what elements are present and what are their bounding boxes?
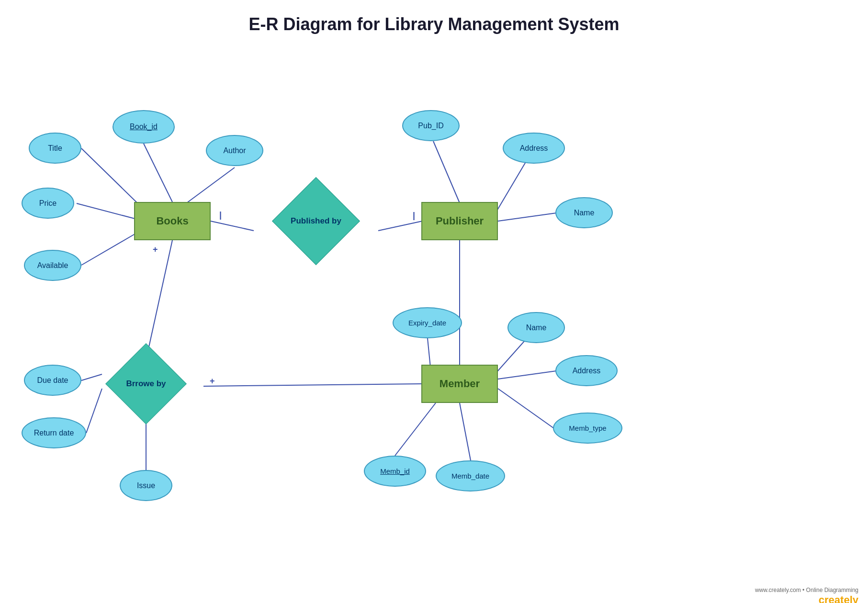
svg-line-9	[433, 141, 460, 203]
svg-line-7	[378, 221, 422, 231]
svg-line-2	[187, 168, 235, 203]
attr-memb-type-label: Memb_type	[569, 424, 606, 432]
attr-pub-id-label: Pub_ID	[418, 122, 443, 130]
relationship-published-by-label: Published by	[291, 216, 341, 226]
attr-address2: Address	[555, 355, 618, 386]
attr-memb-date-label: Memb_date	[451, 472, 489, 480]
svg-line-5	[211, 221, 254, 231]
attr-expiry-date: Expiry_date	[393, 307, 462, 338]
svg-line-4	[81, 233, 136, 265]
attr-book-id: Book_id	[113, 110, 175, 144]
attr-name1-label: Name	[574, 209, 595, 217]
attr-return-date: Return date	[22, 417, 86, 448]
attr-address1-label: Address	[520, 144, 548, 153]
svg-line-17	[395, 403, 436, 456]
attr-title-label: Title	[48, 144, 62, 153]
svg-text:+: +	[153, 245, 158, 254]
attr-memb-type: Memb_type	[553, 413, 622, 444]
attr-name2-label: Name	[526, 324, 547, 332]
relationship-brrowe-by-label: Brrowe by	[126, 379, 166, 389]
entity-publisher-label: Publisher	[436, 215, 484, 227]
relationship-brrowe-by: Brrowe by	[89, 355, 203, 413]
attr-name1: Name	[555, 197, 613, 228]
attr-title: Title	[29, 133, 81, 164]
svg-line-15	[498, 371, 556, 379]
svg-line-19	[146, 240, 172, 360]
svg-line-0	[144, 144, 172, 202]
svg-line-16	[498, 389, 554, 428]
attr-return-date-label: Return date	[34, 429, 74, 437]
svg-line-11	[498, 213, 556, 221]
relationship-published-by: Published by	[254, 192, 378, 250]
attr-due-date: Due date	[24, 365, 81, 396]
attr-issue: Issue	[120, 470, 172, 501]
entity-publisher: Publisher	[421, 202, 498, 240]
er-diagram: | | + +	[0, 39, 868, 603]
watermark-brand: creately	[819, 594, 858, 603]
entity-member: Member	[421, 365, 498, 403]
attr-price: Price	[22, 188, 74, 219]
entity-books: Books	[134, 202, 211, 240]
svg-line-21	[203, 384, 422, 386]
attr-address2-label: Address	[573, 367, 601, 375]
page-title: E-R Diagram for Library Management Syste…	[0, 0, 868, 39]
attr-author: Author	[206, 135, 263, 166]
svg-line-1	[81, 148, 144, 209]
attr-issue-label: Issue	[137, 481, 155, 490]
attr-author-label: Author	[223, 146, 246, 155]
entity-member-label: Member	[440, 378, 480, 390]
attr-name2: Name	[507, 312, 565, 343]
attr-memb-id-label: Memb_id	[380, 467, 410, 475]
attr-pub-id: Pub_ID	[402, 110, 460, 141]
watermark: www.creately.com • Online Diagramming cr…	[755, 585, 858, 603]
attr-book-id-label: Book_id	[130, 123, 158, 131]
attr-memb-date: Memb_date	[436, 460, 505, 491]
watermark-url: www.creately.com • Online Diagramming	[755, 587, 858, 593]
attr-expiry-date-label: Expiry_date	[408, 319, 446, 327]
attr-memb-id: Memb_id	[364, 456, 426, 487]
svg-text:+: +	[210, 376, 215, 386]
attr-available-label: Available	[37, 261, 68, 270]
attr-available: Available	[24, 250, 81, 281]
svg-text:|: |	[219, 210, 222, 220]
svg-text:|: |	[413, 211, 415, 220]
svg-line-18	[460, 403, 471, 460]
entity-books-label: Books	[156, 215, 188, 227]
attr-due-date-label: Due date	[37, 376, 68, 385]
attr-address1: Address	[503, 133, 565, 164]
svg-line-3	[77, 203, 135, 219]
attr-price-label: Price	[39, 199, 56, 208]
